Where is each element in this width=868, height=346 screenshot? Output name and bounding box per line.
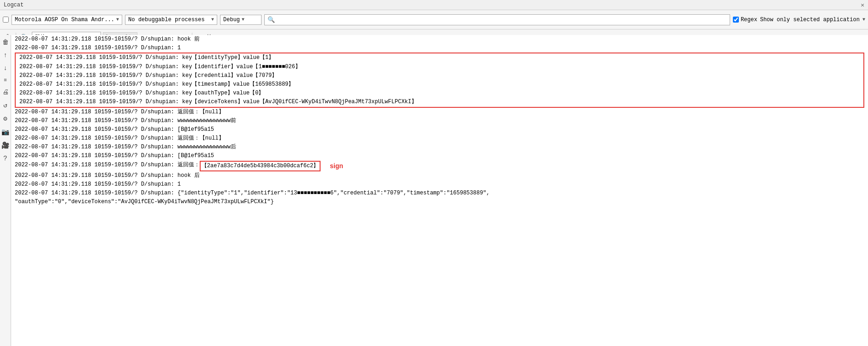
log-text: 2022-08-07 14:31:29.118 10159-10159/? D/… bbox=[19, 53, 274, 62]
table-row: 2022-08-07 14:31:29.118 10159-10159/? D/… bbox=[16, 89, 863, 98]
table-row: 2022-08-07 14:31:29.118 10159-10159/? D/… bbox=[11, 143, 868, 152]
sidebar-filter-icon[interactable]: ≡ bbox=[3, 76, 8, 84]
log-text: 2022-08-07 14:31:29.118 10159-10159/? D/… bbox=[15, 171, 200, 180]
sidebar-video-icon[interactable]: 🎥 bbox=[0, 141, 10, 150]
table-row: 2022-08-07 14:31:29.118 10159-10159/? D/… bbox=[16, 80, 863, 89]
log-text: "oauthType":"0","deviceTokens":"AvJQ0ifC… bbox=[15, 198, 274, 206]
show-only-dropdown-arrow[interactable]: ▼ bbox=[862, 17, 865, 22]
device-label: Motorola AOSP On Shama Andr... bbox=[15, 17, 114, 23]
table-row: 2022-08-07 14:31:29.118 10159-10159/? D/… bbox=[11, 171, 868, 180]
log-text: 2022-08-07 14:31:29.118 10159-10159/? D/… bbox=[19, 98, 417, 106]
table-row: 2022-08-07 14:31:29.118 10159-10159/? D/… bbox=[11, 35, 868, 44]
top-toolbar: Motorola AOSP On Shama Andr... ▼ No debu… bbox=[0, 10, 868, 29]
log-text: 2022-08-07 14:31:29.118 10159-10159/? D/… bbox=[15, 161, 200, 170]
log-text: 2022-08-07 14:31:29.118 10159-10159/? D/… bbox=[15, 44, 181, 53]
table-row: 2022-08-07 14:31:29.118 10159-10159/? D/… bbox=[11, 125, 868, 134]
search-icon: 🔍 bbox=[268, 16, 275, 23]
sidebar-refresh-icon[interactable]: ↺ bbox=[2, 100, 8, 110]
show-only-label: Show only selected application bbox=[760, 17, 860, 23]
log-text: 2022-08-07 14:31:29.118 10159-10159/? D/… bbox=[15, 35, 200, 44]
device-selector[interactable]: Motorola AOSP On Shama Andr... ▼ bbox=[12, 15, 122, 25]
log-text: 2022-08-07 14:31:29.118 10159-10159/? D/… bbox=[19, 63, 301, 71]
table-row: 2022-08-07 14:31:29.118 10159-10159/? D/… bbox=[16, 63, 863, 71]
regex-checkbox[interactable] bbox=[733, 17, 739, 23]
search-input[interactable] bbox=[277, 17, 727, 23]
process-dropdown-arrow: ▼ bbox=[211, 17, 214, 22]
table-row: 2022-08-07 14:31:29.118 10159-10159/? D/… bbox=[11, 189, 868, 198]
log-text: 2022-08-07 14:31:29.118 10159-10159/? D/… bbox=[15, 189, 490, 198]
table-row: 2022-08-07 14:31:29.118 10159-10159/? D/… bbox=[11, 180, 868, 189]
table-row: 2022-08-07 14:31:29.118 10159-10159/? D/… bbox=[11, 44, 868, 53]
sidebar-print-icon[interactable]: 🖨 bbox=[1, 88, 10, 97]
table-row: 2022-08-07 14:31:29.118 10159-10159/? D/… bbox=[11, 117, 868, 125]
table-row: 2022-08-07 14:31:29.118 10159-10159/? D/… bbox=[11, 108, 868, 117]
sign-value-box: 【2ae7a83c7d4de5b43984c3b00dcaf6c2】 bbox=[200, 161, 321, 171]
log-text: 2022-08-07 14:31:29.118 10159-10159/? D/… bbox=[15, 108, 224, 117]
log-text: 2022-08-07 14:31:29.118 10159-10159/? D/… bbox=[19, 71, 277, 80]
debug-dropdown-arrow: ▼ bbox=[242, 17, 244, 22]
log-text: 2022-08-07 14:31:29.118 10159-10159/? D/… bbox=[15, 125, 214, 134]
regex-text: Regex bbox=[741, 17, 757, 23]
table-row: "oauthType":"0","deviceTokens":"AvJQ0ifC… bbox=[11, 198, 868, 206]
sidebar-settings-icon[interactable]: ⚙ bbox=[2, 114, 8, 123]
table-row: 2022-08-07 14:31:29.118 10159-10159/? D/… bbox=[11, 134, 868, 143]
device-checkbox[interactable] bbox=[3, 17, 9, 23]
log-text: 2022-08-07 14:31:29.118 10159-10159/? D/… bbox=[15, 152, 214, 160]
table-row: 2022-08-07 14:31:29.118 10159-10159/? D/… bbox=[11, 152, 868, 160]
device-dropdown-arrow: ▼ bbox=[116, 17, 119, 22]
sidebar-down-icon[interactable]: ↓ bbox=[2, 64, 8, 73]
sign-label: sign bbox=[330, 161, 343, 171]
app-title: Logcat bbox=[4, 2, 24, 8]
params-box: 2022-08-07 14:31:29.118 10159-10159/? D/… bbox=[15, 53, 864, 107]
device-checkbox-label[interactable] bbox=[3, 17, 9, 23]
process-label: No debuggable processes bbox=[128, 17, 205, 23]
table-row: 2022-08-07 14:31:29.118 10159-10159/? D/… bbox=[16, 98, 863, 106]
close-icon[interactable]: ✕ bbox=[861, 1, 864, 9]
debug-selector[interactable]: Debug ▼ bbox=[220, 15, 262, 25]
log-area[interactable]: 2022-08-07 14:31:29.118 10159-10159/? D/… bbox=[11, 35, 868, 346]
regex-label[interactable]: Regex bbox=[733, 17, 757, 23]
left-sidebar: 🗑 ↑ ↓ ≡ 🖨 ↺ ⚙ 📷 🎥 ? bbox=[0, 35, 11, 346]
sign-value-text: 【2ae7a83c7d4de5b43984c3b00dcaf6c2】 bbox=[202, 163, 319, 169]
sidebar-help-icon[interactable]: ? bbox=[2, 154, 8, 163]
log-text: 2022-08-07 14:31:29.118 10159-10159/? D/… bbox=[19, 80, 294, 89]
log-text: 2022-08-07 14:31:29.118 10159-10159/? D/… bbox=[19, 89, 264, 98]
sidebar-up-icon[interactable]: ↑ bbox=[2, 51, 8, 60]
process-selector[interactable]: No debuggable processes ▼ bbox=[125, 15, 217, 25]
table-row: 2022-08-07 14:31:29.118 10159-10159/? D/… bbox=[16, 53, 863, 62]
search-bar[interactable]: 🔍 bbox=[264, 14, 730, 25]
log-text: 2022-08-07 14:31:29.118 10159-10159/? D/… bbox=[15, 134, 224, 143]
table-row: 2022-08-07 14:31:29.118 10159-10159/? D/… bbox=[16, 71, 863, 80]
log-text: 2022-08-07 14:31:29.118 10159-10159/? D/… bbox=[15, 180, 181, 189]
log-text: 2022-08-07 14:31:29.118 10159-10159/? D/… bbox=[15, 117, 236, 125]
sidebar-camera-icon[interactable]: 📷 bbox=[0, 127, 10, 137]
debug-label: Debug bbox=[223, 17, 240, 23]
sidebar-delete-icon[interactable]: 🗑 bbox=[1, 38, 10, 47]
table-row: 2022-08-07 14:31:29.118 10159-10159/? D/… bbox=[11, 161, 868, 171]
log-text: 2022-08-07 14:31:29.118 10159-10159/? D/… bbox=[15, 143, 236, 152]
